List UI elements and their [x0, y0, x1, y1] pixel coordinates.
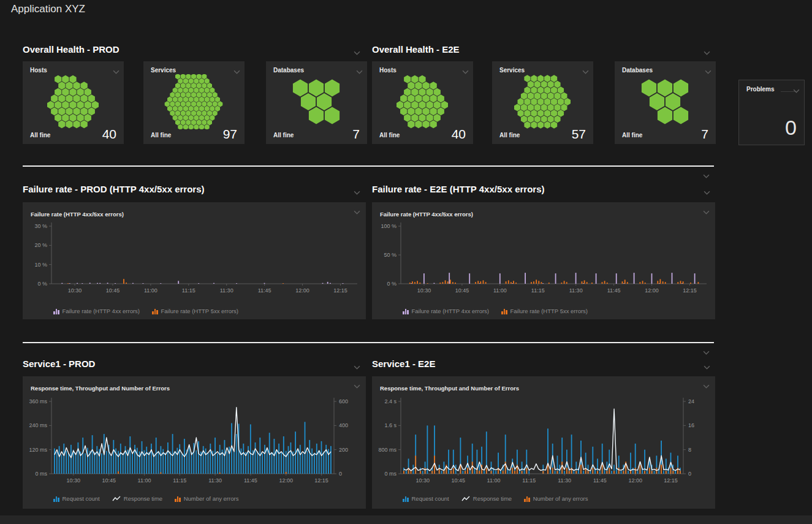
chart-panel-failure-e2e: Failure rate (HTTP 4xx/5xx errors) 0 %50…	[372, 202, 715, 319]
failure-rate-chart-prod[interactable]: 0 %10 %20 %30 %10:3010:4511:0011:1511:30…	[23, 220, 362, 306]
svg-text:20 %: 20 %	[34, 242, 47, 248]
legend-label: Response time	[473, 495, 512, 502]
tile-label: Services	[151, 67, 176, 74]
legend-item[interactable]: Request count	[403, 495, 449, 502]
svg-text:0: 0	[339, 471, 342, 477]
svg-text:12:00: 12:00	[645, 287, 659, 294]
tile-databases-prod[interactable]: Databases All fine 7	[266, 61, 367, 144]
legend-item[interactable]: Failure rate (HTTP 5xx errors)	[501, 308, 588, 314]
legend-item[interactable]: Failure rate (HTTP 4xx errors)	[53, 308, 140, 314]
legend-item[interactable]: Number of any errors	[175, 495, 238, 502]
service-chart-e2e[interactable]: 0 ms800 ms1.6 s2.4 s08162410:3010:4511:0…	[372, 394, 711, 493]
chevron-down-icon[interactable]	[704, 186, 710, 197]
chart-legend: Request countResponse timeNumber of any …	[403, 495, 715, 502]
svg-text:11:00: 11:00	[138, 477, 151, 484]
svg-text:24: 24	[688, 398, 694, 404]
legend-label: Request count	[63, 495, 100, 502]
tile-count: 7	[352, 127, 360, 142]
tile-problems[interactable]: Problems 0	[738, 80, 805, 145]
svg-text:10:45: 10:45	[455, 287, 469, 294]
svg-text:360 ms: 360 ms	[29, 398, 47, 404]
tile-count: 40	[452, 127, 466, 142]
legend-item[interactable]: Failure rate (HTTP 4xx errors)	[403, 308, 489, 314]
tile-label: Hosts	[379, 67, 397, 74]
tile-services-prod[interactable]: Services All fine 97	[143, 61, 245, 144]
tile-services-e2e[interactable]: Services All fine 57	[492, 61, 593, 144]
legend-label: Number of any errors	[533, 495, 588, 502]
svg-text:10:30: 10:30	[417, 287, 431, 294]
svg-text:120 ms: 120 ms	[29, 447, 47, 453]
svg-text:12:15: 12:15	[314, 477, 328, 484]
bar-series-icon	[53, 308, 59, 314]
chevron-down-icon[interactable]	[703, 380, 710, 391]
svg-text:11:30: 11:30	[558, 477, 571, 484]
chevron-down-icon[interactable]	[354, 380, 360, 391]
chart-legend: Failure rate (HTTP 4xx errors)Failure ra…	[53, 308, 366, 314]
legend-label: Failure rate (HTTP 5xx errors)	[161, 308, 239, 314]
chevron-down-icon[interactable]	[793, 85, 800, 96]
svg-text:11:30: 11:30	[220, 287, 233, 294]
svg-text:11:00: 11:00	[493, 287, 507, 294]
tile-hosts-e2e[interactable]: Hosts All fine 40	[372, 61, 473, 144]
tile-status: All fine	[622, 132, 642, 139]
section-title-health-prod: Overall Health - PROD	[23, 44, 120, 55]
section-title-failure-prod: Failure rate - PROD (HTTP 4xx/5xx errors…	[23, 184, 205, 194]
svg-text:400: 400	[339, 422, 348, 428]
svg-text:12:15: 12:15	[664, 477, 678, 484]
tile-databases-e2e[interactable]: Databases All fine 7	[615, 61, 716, 144]
tile-status: All fine	[151, 132, 171, 139]
tile-label: Hosts	[30, 67, 47, 74]
section-title-service-e2e: Service1 - E2E	[372, 359, 435, 369]
legend-item[interactable]: Failure rate (HTTP 5xx errors)	[152, 308, 238, 314]
svg-text:240 ms: 240 ms	[29, 422, 47, 428]
chevron-down-icon[interactable]	[704, 361, 710, 372]
chevron-down-icon[interactable]	[354, 361, 360, 372]
legend-item[interactable]: Request count	[53, 495, 100, 502]
service-chart-prod[interactable]: 0 ms120 ms240 ms360 ms020040060010:3010:…	[23, 394, 362, 493]
legend-item[interactable]: Response time	[461, 495, 512, 502]
tile-label: Databases	[273, 67, 304, 74]
chevron-down-icon[interactable]	[703, 346, 710, 357]
svg-text:11:15: 11:15	[522, 477, 536, 484]
svg-text:800 ms: 800 ms	[378, 447, 397, 453]
tile-status: All fine	[273, 132, 294, 139]
tile-count: 40	[102, 127, 116, 142]
chevron-down-icon[interactable]	[354, 206, 360, 217]
chevron-down-icon[interactable]	[354, 47, 360, 58]
chart-title: Response time, Throughput and Number of …	[380, 385, 519, 392]
chevron-down-icon[interactable]	[703, 170, 710, 181]
svg-text:11:00: 11:00	[144, 287, 157, 294]
legend-label: Failure rate (HTTP 4xx errors)	[63, 308, 140, 314]
svg-text:30 %: 30 %	[34, 223, 47, 229]
chevron-down-icon[interactable]	[703, 206, 710, 217]
line-series-icon	[112, 496, 121, 502]
chevron-down-icon[interactable]	[704, 47, 710, 58]
tile-count: 7	[701, 127, 708, 142]
legend-label: Request count	[412, 495, 449, 502]
svg-text:11:30: 11:30	[569, 287, 583, 294]
svg-text:50 %: 50 %	[384, 252, 397, 258]
tile-count: 97	[223, 127, 237, 142]
svg-text:11:45: 11:45	[593, 477, 607, 484]
legend-item[interactable]: Number of any errors	[524, 495, 588, 502]
svg-text:10:45: 10:45	[106, 287, 120, 294]
failure-rate-chart-e2e[interactable]: 0 %50 %100 %10:3010:4511:0011:1511:3011:…	[372, 220, 711, 306]
line-series-icon	[461, 496, 470, 502]
svg-text:0 ms: 0 ms	[35, 471, 47, 477]
legend-label: Failure rate (HTTP 4xx errors)	[412, 308, 490, 314]
tile-hosts-prod[interactable]: Hosts All fine 40	[23, 61, 124, 144]
svg-text:200: 200	[339, 447, 348, 453]
legend-label: Response time	[124, 495, 162, 502]
svg-text:10:45: 10:45	[451, 477, 465, 484]
bar-series-icon	[403, 308, 409, 314]
legend-item[interactable]: Response time	[112, 495, 162, 502]
tile-label: Services	[499, 67, 525, 74]
tile-status: All fine	[379, 132, 400, 139]
svg-text:11:30: 11:30	[208, 477, 222, 484]
svg-text:10 %: 10 %	[34, 262, 47, 268]
svg-text:12:00: 12:00	[628, 477, 642, 484]
svg-text:12:15: 12:15	[683, 287, 697, 294]
bar-series-icon	[524, 496, 530, 502]
svg-text:16: 16	[688, 422, 694, 428]
chevron-down-icon[interactable]	[354, 186, 360, 197]
